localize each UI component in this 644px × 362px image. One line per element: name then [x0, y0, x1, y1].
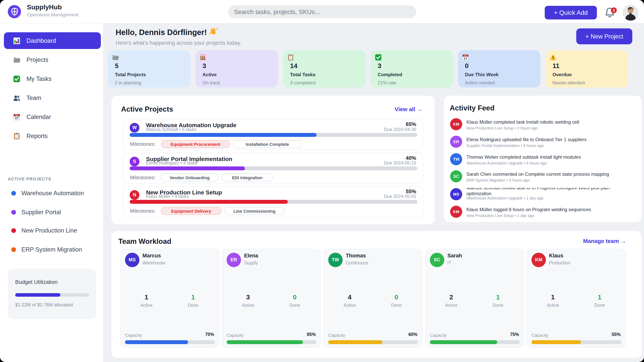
svg-text:JUL: JUL	[464, 55, 467, 57]
svg-text:17: 17	[464, 57, 467, 60]
svg-text:JUL: JUL	[15, 114, 18, 116]
svg-text:17: 17	[15, 116, 18, 120]
